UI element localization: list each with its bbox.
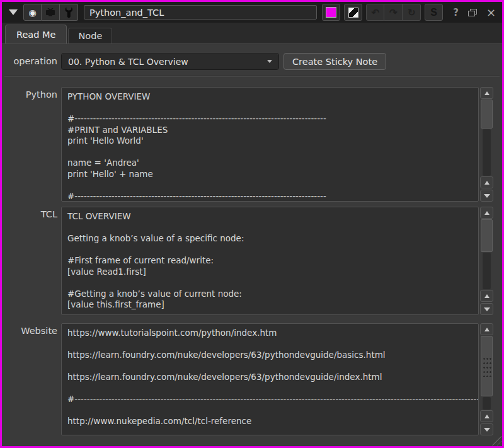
website-scrollbar [480, 323, 493, 435]
website-text: https://www.tutorialspoint.com/python/in… [62, 324, 478, 431]
revert-button[interactable]: ↻ [403, 4, 421, 21]
tcl-text: TCL OVERVIEW Getting a knob’s value of a… [62, 207, 478, 314]
undo-button[interactable]: ↶ [366, 4, 384, 21]
tcl-scrollbar [480, 207, 493, 315]
node-color-button[interactable] [322, 4, 340, 21]
help-button[interactable]: ? [453, 7, 459, 18]
python-textarea[interactable]: PYTHON OVERVIEW #-----------------------… [61, 87, 479, 202]
grip-dots-icon [482, 355, 491, 377]
scroll-up-button[interactable] [480, 410, 493, 422]
create-sticky-note-button[interactable]: Create Sticky Note [284, 53, 386, 70]
scrollbar-track[interactable] [483, 129, 491, 176]
redo-icon: ↷ [389, 8, 398, 17]
section-divider [4, 76, 500, 77]
arrow-up-icon [484, 294, 490, 298]
center-node-icon: ◉ [28, 8, 36, 17]
website-label: Website [2, 326, 57, 336]
python-text: PYTHON OVERVIEW #-----------------------… [62, 88, 478, 202]
node-color-swatch-icon [326, 7, 336, 18]
arrow-down-icon [484, 428, 490, 432]
tab-bar: Read Me Node [2, 23, 502, 43]
scroll-up-button[interactable] [480, 207, 493, 219]
wrench-button[interactable] [60, 4, 78, 21]
color-picker-icon [348, 8, 358, 18]
arrow-down-icon [484, 307, 490, 311]
monitor-button[interactable] [42, 4, 60, 21]
node-name-input[interactable] [84, 5, 317, 20]
color-picker-button[interactable] [344, 4, 362, 21]
center-node-button[interactable]: ◉ [23, 4, 42, 21]
python-scrollbar [480, 87, 493, 202]
tcl-label: TCL [2, 209, 57, 219]
scroll-down-button[interactable] [480, 423, 493, 435]
panel-content: operation 00. Python & TCL Overview Crea… [2, 43, 502, 446]
arrow-down-icon [484, 194, 490, 198]
arrow-up-icon [484, 181, 490, 185]
scrollbar-thumb[interactable] [481, 219, 493, 252]
wrench-icon [64, 7, 74, 18]
python-label: Python [2, 89, 57, 100]
revert-icon: ↻ [408, 8, 416, 17]
scroll-down-button[interactable] [480, 303, 493, 315]
operation-dropdown[interactable]: 00. Python & TCL Overview [61, 53, 279, 70]
website-textarea[interactable]: https://www.tutorialspoint.com/python/in… [61, 323, 479, 435]
titlebar: ◉ [2, 2, 502, 23]
history-button-group: ↶ ↷ ↻ [366, 4, 421, 21]
scrollbar-thumb[interactable] [481, 336, 493, 396]
scrollbar-thumb[interactable] [481, 100, 493, 129]
monitor-icon [45, 8, 55, 16]
tcl-textarea[interactable]: TCL OVERVIEW Getting a knob’s value of a… [61, 207, 479, 315]
undo-icon: ↶ [371, 8, 379, 17]
operation-label: operation [2, 53, 57, 70]
context-menu-button[interactable] [7, 9, 20, 15]
titlebar-right-buttons: ↶ ↷ ↻ S ? × [318, 4, 497, 21]
operation-dropdown-value: 00. Python & TCL Overview [68, 57, 188, 67]
script-button[interactable]: S [425, 4, 443, 21]
redo-button[interactable]: ↷ [384, 4, 403, 21]
scroll-up-button[interactable] [480, 323, 493, 335]
scrollbar-track[interactable] [483, 253, 491, 289]
tab-read-me[interactable]: Read Me [5, 25, 67, 43]
titlebar-left-button-group: ◉ [23, 4, 78, 21]
float-window-icon[interactable] [468, 9, 477, 16]
scroll-up-button[interactable] [480, 290, 493, 302]
arrow-up-icon [484, 211, 490, 215]
arrow-up-icon [484, 328, 490, 331]
close-button[interactable]: × [486, 7, 496, 18]
scroll-up-button[interactable] [480, 176, 493, 188]
tab-node[interactable]: Node [68, 28, 112, 43]
context-menu-arrow-icon [9, 9, 18, 15]
arrow-up-icon [484, 91, 490, 95]
scrollbar-track[interactable] [483, 397, 491, 410]
script-icon: S [430, 7, 437, 18]
arrow-up-icon [484, 415, 490, 418]
node-properties-window: ◉ [0, 0, 504, 448]
chevron-down-icon [267, 60, 272, 63]
scroll-up-button[interactable] [480, 87, 493, 99]
scroll-down-button[interactable] [480, 190, 493, 202]
